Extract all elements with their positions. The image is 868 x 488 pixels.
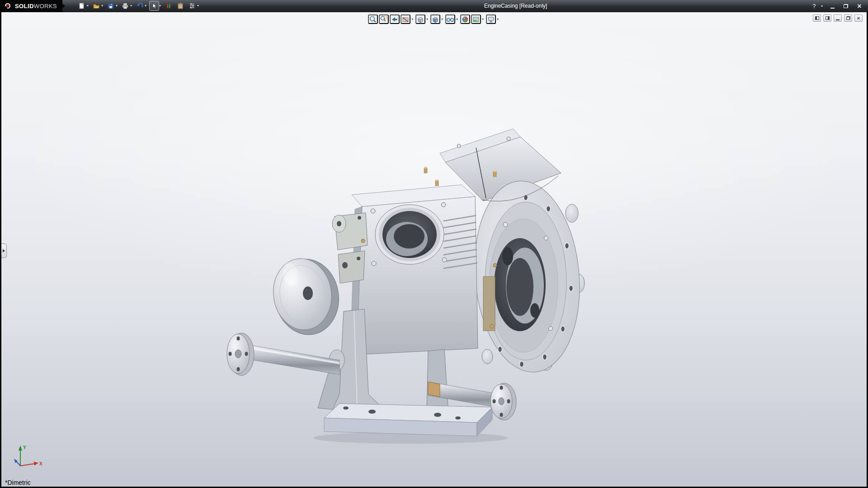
expand-panel-arrow-icon — [3, 249, 5, 253]
display-style-icon — [431, 15, 439, 23]
menu-expand-arrow[interactable] — [62, 4, 65, 8]
save-button[interactable] — [106, 1, 116, 11]
select-tool-button[interactable] — [149, 1, 159, 11]
reference-triad: Y X — [11, 443, 45, 473]
titlebar: SOLIDWORKS ▾ ▾ — [0, 0, 868, 12]
zoom-to-area-button[interactable] — [379, 14, 389, 24]
headsup-view-toolbar: ▾ ▾ ▾ — [368, 14, 500, 24]
edit-appearance-ball-icon — [461, 15, 469, 23]
restore-button[interactable] — [842, 2, 850, 10]
solidworks-logo: SOLIDWORKS — [0, 0, 62, 12]
zoom-to-area-icon — [380, 15, 388, 23]
document-title: EngineCasing [Read-only] — [484, 3, 547, 9]
apply-scene-button[interactable] — [471, 14, 481, 24]
previous-view-button[interactable] — [390, 14, 400, 24]
dropdown-caret[interactable]: ▾ — [441, 18, 443, 21]
dropdown-caret[interactable]: ▾ — [456, 18, 458, 21]
section-view-button[interactable] — [401, 14, 410, 24]
print-icon — [121, 2, 129, 10]
pane-left-icon — [815, 16, 819, 20]
pane-right-button[interactable] — [823, 14, 831, 22]
doc-restore-icon — [846, 16, 850, 20]
triad-y-label: Y — [23, 445, 26, 450]
options-sliders-icon — [188, 2, 196, 10]
doc-minimize-button[interactable] — [834, 14, 842, 22]
view-settings-button[interactable] — [486, 14, 496, 24]
document-window-controls: × — [813, 14, 863, 22]
edit-appearance-button[interactable] — [460, 14, 470, 24]
view-settings-icon — [487, 15, 495, 23]
section-view-icon — [401, 15, 410, 23]
color-display-button[interactable] — [164, 1, 174, 11]
view-orientation-cube-icon — [416, 15, 425, 23]
graphics-area[interactable]: ▾ ▾ ▾ — [1, 12, 867, 487]
restore-icon — [844, 4, 848, 8]
save-icon — [107, 2, 115, 10]
dropdown-caret[interactable]: ▾ — [130, 4, 132, 8]
dropdown-caret[interactable]: ▾ — [426, 18, 428, 21]
options-button[interactable] — [187, 1, 197, 11]
dassault-3ds-logo-icon — [4, 2, 12, 10]
pane-left-button[interactable] — [813, 14, 821, 22]
dropdown-caret[interactable]: ▾ — [159, 4, 161, 8]
dropdown-caret[interactable]: ▾ — [116, 4, 118, 8]
engine-casing-model[interactable] — [1, 12, 867, 487]
apply-scene-icon — [472, 15, 480, 23]
select-cursor-icon — [150, 2, 158, 10]
model-cylinder-block[interactable] — [350, 185, 478, 355]
dropdown-caret[interactable]: ▾ — [101, 4, 103, 8]
undo-icon — [136, 2, 144, 10]
dropdown-caret[interactable]: ▾ — [411, 18, 413, 21]
model-base-plate[interactable] — [313, 404, 508, 444]
open-folder-icon — [92, 2, 100, 10]
view-orientation-label: *Dimetric — [5, 479, 31, 486]
design-binder-button[interactable] — [175, 1, 185, 11]
model-clutch-housing[interactable] — [467, 176, 587, 376]
model-left-shaft[interactable] — [227, 333, 340, 375]
design-binder-icon — [176, 2, 184, 10]
help-dropdown-caret[interactable]: ▾ — [821, 4, 823, 8]
open-button[interactable] — [91, 1, 101, 11]
view-orientation-button[interactable] — [415, 14, 425, 24]
previous-view-icon — [391, 15, 399, 23]
help-button[interactable]: ? — [810, 2, 818, 10]
close-button[interactable]: × — [855, 2, 863, 10]
display-style-button[interactable] — [430, 14, 440, 24]
solidworks-window: SOLIDWORKS ▾ ▾ — [0, 0, 868, 488]
new-document-icon — [78, 2, 86, 10]
dropdown-caret[interactable]: ▾ — [482, 18, 484, 21]
print-button[interactable] — [120, 1, 130, 11]
model-flywheel-disc[interactable] — [269, 255, 344, 339]
dropdown-caret[interactable]: ▾ — [197, 4, 199, 8]
zoom-to-fit-icon — [369, 15, 377, 23]
new-document-button[interactable] — [77, 1, 87, 11]
hide-show-items-button[interactable] — [445, 14, 455, 24]
window-controls: ? ▾ × — [810, 0, 863, 12]
dropdown-caret[interactable]: ▾ — [145, 4, 146, 8]
color-display-icon — [165, 2, 173, 10]
triad-x-label: X — [39, 461, 42, 466]
quick-access-toolbar: ▾ ▾ — [77, 1, 202, 11]
dropdown-caret[interactable]: ▾ — [87, 4, 89, 8]
doc-minimize-icon — [836, 19, 840, 20]
doc-restore-button[interactable] — [844, 14, 852, 22]
minimize-icon — [830, 8, 835, 9]
dropdown-caret[interactable]: ▾ — [497, 18, 499, 21]
undo-button[interactable] — [135, 1, 145, 11]
brand-text: SOLIDWORKS — [15, 3, 57, 9]
featuremanager-collapsed-tab[interactable] — [1, 244, 7, 258]
pane-right-icon — [826, 16, 830, 20]
zoom-to-fit-button[interactable] — [368, 14, 378, 24]
hide-show-glasses-icon — [446, 15, 454, 23]
doc-close-button[interactable]: × — [854, 14, 863, 22]
minimize-button[interactable] — [828, 2, 836, 10]
